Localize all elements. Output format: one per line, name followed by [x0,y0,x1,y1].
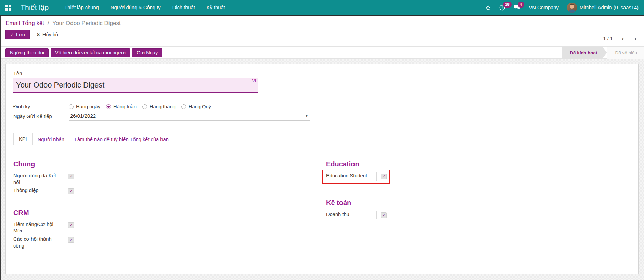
kpi-row-education-student: Education Student ✓ [326,172,631,181]
nav-menus: Thiết lập chung Người dùng & Công ty Dịc… [64,0,226,15]
status-activated[interactable]: Đã kích hoạt [562,47,607,59]
section-accounting: Kế toán Doanh thu ✓ [326,199,631,219]
section-general-title: Chung [13,160,318,168]
deactivate-for-all-button[interactable]: Vô hiệu đối với tất cả mọi người [51,48,130,57]
send-now-button[interactable]: Gửi Ngay [132,48,162,57]
kpi-row-opportunities-won: Các cơ hội thành công ✓ [13,235,318,250]
messages-chat-icon[interactable]: 4 [514,4,520,11]
pager-value: 1 / 1 [603,36,613,41]
section-accounting-title: Kế toán [326,199,631,207]
name-input[interactable] [13,78,258,93]
next-run-date-value: 26/01/2022 [70,113,305,119]
name-field-wrapper: VI [13,78,258,93]
kpi-row-connected-users: Người dùng đã Kết nối ✓ [13,172,318,187]
breadcrumb-separator: / [48,20,49,26]
menu-general-settings[interactable]: Thiết lập chung [64,0,99,15]
next-run-row: Ngày Gửi Kế tiếp 26/01/2022 ▼ [13,111,631,121]
user-menu[interactable]: Mitchell Admin (0_saas14) [567,3,639,13]
kpi-left-column: Chung Người dùng đã Kết nối ✓ Thông điệp… [13,160,318,264]
tab-customize[interactable]: Làm thế nào để tuỳ biến Tổng kết của bạn [69,134,174,145]
radio-weekly[interactable]: Hàng tuần [106,104,137,109]
checkbox-new-leads[interactable]: ✓ [68,222,74,228]
section-crm: CRM Tiềm năng/Cơ hội Mới ✓ Các cơ hội th… [13,209,318,250]
form-statusbar: Ngừng theo dõi Vô hiệu đối với tất cả mọ… [0,47,644,59]
window-left-edge [0,16,1,280]
apps-menu-icon[interactable] [5,5,11,11]
section-crm-title: CRM [13,209,318,217]
checkbox-opportunities-won[interactable]: ✓ [68,237,74,243]
menu-translations[interactable]: Dịch thuật [172,0,196,15]
periodicity-row: Định kỳ Hàng ngày Hàng tuần Hàng tháng [13,102,631,111]
radio-circle-icon [106,104,111,109]
activity-count-badge: 18 [503,2,511,8]
pager-next-icon[interactable]: › [634,35,636,42]
debug-bug-icon[interactable] [485,5,491,11]
menu-technical[interactable]: Kỹ thuật [206,0,226,15]
checkbox-messages[interactable]: ✓ [68,188,74,194]
next-run-date-field[interactable]: 26/01/2022 ▼ [69,112,310,121]
top-navbar: Thiết lập Thiết lập chung Người dùng & C… [0,0,644,16]
kpi-right-column: Education Education Student ✓ Kế toán Do… [326,160,631,264]
radio-daily[interactable]: Hàng ngày [69,104,100,109]
section-education: Education Education Student ✓ [326,160,631,181]
periodicity-radio-group: Hàng ngày Hàng tuần Hàng tháng Hàng Quý [69,104,211,109]
pager-previous-icon[interactable]: ‹ [622,35,624,42]
radio-circle-icon [142,104,147,109]
close-icon: ✖ [37,32,40,37]
header-fields: Định kỳ Hàng ngày Hàng tuần Hàng tháng [13,102,631,121]
status-pipeline: Đã kích hoạt Đã vô hiệu [562,47,644,59]
form-view-background: Tên VI Định kỳ Hàng ngày Hàng tuần [0,59,644,280]
save-button[interactable]: ✓ Lưu [5,30,30,39]
name-field-label: Tên [13,71,631,76]
radio-circle-icon [181,104,186,109]
pager: 1 / 1 ‹ › [603,35,636,42]
section-education-title: Education [326,160,631,168]
menu-users-companies[interactable]: Người dùng & Công ty [110,0,162,15]
kpi-row-new-leads: Tiềm năng/Cơ hội Mới ✓ [13,221,318,235]
translation-flag[interactable]: VI [252,79,256,83]
kpi-row-messages: Thông điệp ✓ [13,187,318,195]
company-switcher[interactable]: VN Company [529,5,558,10]
control-panel: Email Tổng kết / Your Odoo Periodic Dige… [0,16,644,47]
kpi-groups: Chung Người dùng đã Kết nối ✓ Thông điệp… [13,160,631,264]
radio-quarterly[interactable]: Hàng Quý [181,104,211,109]
section-general: Chung Người dùng đã Kết nối ✓ Thông điệp… [13,160,318,195]
discard-button[interactable]: ✖ Hủy bỏ [32,30,63,39]
user-name: Mitchell Admin (0_saas14) [580,5,639,10]
periodicity-label: Định kỳ [13,104,69,109]
tab-recipients[interactable]: Người nhận [33,134,69,145]
breadcrumb-current: Your Odoo Periodic Digest [52,20,121,26]
notebook-tabs: KPI Người nhận Làm thế nào để tuỳ biến T… [13,133,631,145]
breadcrumb: Email Tổng kết / Your Odoo Periodic Dige… [5,20,637,27]
chevron-down-icon: ▼ [305,114,308,118]
form-sheet: Tên VI Định kỳ Hàng ngày Hàng tuần [5,64,639,274]
message-count-badge: 4 [518,2,524,8]
kpi-row-revenue: Doanh thu ✓ [326,211,631,219]
radio-circle-icon [69,104,74,109]
breadcrumb-parent-link[interactable]: Email Tổng kết [5,20,44,26]
next-run-label: Ngày Gửi Kế tiếp [13,114,69,119]
app-title[interactable]: Thiết lập [21,3,49,12]
check-icon: ✓ [10,32,14,37]
action-buttons: Ngừng theo dõi Vô hiệu đối với tất cả mọ… [5,48,162,57]
user-avatar [567,3,577,13]
status-deactivated[interactable]: Đã vô hiệu [607,47,644,59]
unfollow-button[interactable]: Ngừng theo dõi [5,48,49,57]
checkbox-education-student[interactable]: ✓ [381,174,387,179]
tab-kpi[interactable]: KPI [13,133,33,145]
checkbox-connected-users[interactable]: ✓ [68,174,74,179]
control-buttons: ✓ Lưu ✖ Hủy bỏ [5,30,637,39]
checkbox-revenue[interactable]: ✓ [381,212,387,218]
activities-clock-icon[interactable]: 18 [499,4,505,11]
systray: 18 4 VN Company Mitchell Admin (0_ [485,3,639,13]
radio-monthly[interactable]: Hàng tháng [142,104,176,109]
